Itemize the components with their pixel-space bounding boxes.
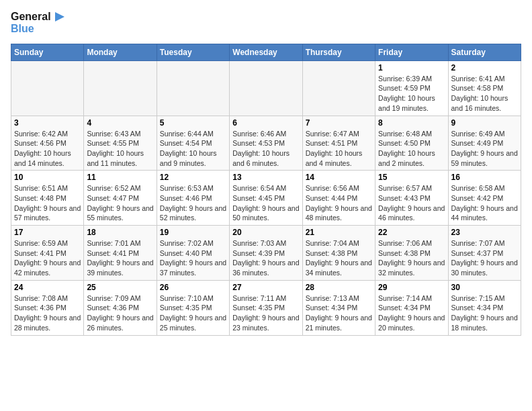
day-info: Sunrise: 6:49 AM Sunset: 4:49 PM Dayligh… xyxy=(451,129,518,169)
weekday-header: Sunday xyxy=(11,44,84,60)
calendar-cell: 2Sunrise: 6:41 AM Sunset: 4:58 PM Daylig… xyxy=(448,60,521,116)
day-info: Sunrise: 6:42 AM Sunset: 4:56 PM Dayligh… xyxy=(14,129,81,169)
weekday-header: Friday xyxy=(375,44,448,60)
day-info: Sunrise: 6:57 AM Sunset: 4:43 PM Dayligh… xyxy=(378,183,445,223)
day-number: 18 xyxy=(87,228,153,237)
day-info: Sunrise: 7:04 AM Sunset: 4:38 PM Dayligh… xyxy=(306,238,372,278)
day-number: 11 xyxy=(87,173,153,182)
calendar-cell: 13Sunrise: 6:54 AM Sunset: 4:45 PM Dayli… xyxy=(230,171,302,226)
day-number: 29 xyxy=(378,283,445,292)
calendar-cell: 6Sunrise: 6:46 AM Sunset: 4:53 PM Daylig… xyxy=(230,116,302,171)
day-info: Sunrise: 6:44 AM Sunset: 4:54 PM Dayligh… xyxy=(160,129,226,169)
day-info: Sunrise: 7:03 AM Sunset: 4:39 PM Dayligh… xyxy=(232,238,299,278)
calendar-body: 1Sunrise: 6:39 AM Sunset: 4:59 PM Daylig… xyxy=(11,60,521,335)
day-number: 6 xyxy=(232,118,299,128)
calendar-cell: 7Sunrise: 6:47 AM Sunset: 4:51 PM Daylig… xyxy=(302,116,375,171)
calendar-cell xyxy=(157,60,229,116)
day-info: Sunrise: 6:51 AM Sunset: 4:48 PM Dayligh… xyxy=(14,183,81,223)
calendar-cell xyxy=(302,60,375,116)
day-number: 28 xyxy=(306,283,372,292)
day-info: Sunrise: 7:11 AM Sunset: 4:35 PM Dayligh… xyxy=(232,293,299,333)
calendar-cell: 27Sunrise: 7:11 AM Sunset: 4:35 PM Dayli… xyxy=(230,280,302,335)
weekday-header: Wednesday xyxy=(230,44,302,60)
day-info: Sunrise: 6:54 AM Sunset: 4:45 PM Dayligh… xyxy=(232,183,299,223)
weekday-header: Monday xyxy=(84,44,157,60)
day-number: 20 xyxy=(232,228,299,237)
calendar-cell: 22Sunrise: 7:06 AM Sunset: 4:38 PM Dayli… xyxy=(375,226,448,281)
calendar-cell: 26Sunrise: 7:10 AM Sunset: 4:35 PM Dayli… xyxy=(157,280,229,335)
day-info: Sunrise: 7:09 AM Sunset: 4:36 PM Dayligh… xyxy=(87,293,153,333)
day-info: Sunrise: 6:56 AM Sunset: 4:44 PM Dayligh… xyxy=(306,183,372,223)
day-info: Sunrise: 6:48 AM Sunset: 4:50 PM Dayligh… xyxy=(378,129,445,169)
calendar-cell: 12Sunrise: 6:53 AM Sunset: 4:46 PM Dayli… xyxy=(157,171,229,226)
day-number: 25 xyxy=(87,283,153,292)
day-info: Sunrise: 7:10 AM Sunset: 4:35 PM Dayligh… xyxy=(160,293,226,333)
calendar-cell: 16Sunrise: 6:58 AM Sunset: 4:42 PM Dayli… xyxy=(448,171,521,226)
calendar-cell: 21Sunrise: 7:04 AM Sunset: 4:38 PM Dayli… xyxy=(302,226,375,281)
calendar-cell: 3Sunrise: 6:42 AM Sunset: 4:56 PM Daylig… xyxy=(11,116,84,171)
day-info: Sunrise: 6:52 AM Sunset: 4:47 PM Dayligh… xyxy=(87,183,153,223)
svg-marker-0 xyxy=(55,12,64,21)
day-info: Sunrise: 6:46 AM Sunset: 4:53 PM Dayligh… xyxy=(232,129,299,169)
calendar-cell: 28Sunrise: 7:13 AM Sunset: 4:34 PM Dayli… xyxy=(302,280,375,335)
logo: General Blue xyxy=(11,11,64,36)
day-info: Sunrise: 7:15 AM Sunset: 4:34 PM Dayligh… xyxy=(451,293,518,333)
day-number: 19 xyxy=(160,228,226,237)
calendar-cell: 5Sunrise: 6:44 AM Sunset: 4:54 PM Daylig… xyxy=(157,116,229,171)
weekday-header: Tuesday xyxy=(157,44,229,60)
calendar-cell: 30Sunrise: 7:15 AM Sunset: 4:34 PM Dayli… xyxy=(448,280,521,335)
calendar-week-row: 3Sunrise: 6:42 AM Sunset: 4:56 PM Daylig… xyxy=(11,116,521,171)
day-number: 1 xyxy=(378,63,445,73)
calendar-cell xyxy=(11,60,84,116)
calendar-cell: 24Sunrise: 7:08 AM Sunset: 4:36 PM Dayli… xyxy=(11,280,84,335)
calendar-cell: 9Sunrise: 6:49 AM Sunset: 4:49 PM Daylig… xyxy=(448,116,521,171)
calendar-week-row: 17Sunrise: 6:59 AM Sunset: 4:41 PM Dayli… xyxy=(11,226,521,281)
weekday-header: Saturday xyxy=(448,44,521,60)
logo-triangle-icon xyxy=(52,11,64,23)
day-number: 22 xyxy=(378,228,445,237)
day-number: 8 xyxy=(378,118,445,128)
calendar-cell: 14Sunrise: 6:56 AM Sunset: 4:44 PM Dayli… xyxy=(302,171,375,226)
day-number: 10 xyxy=(14,173,81,182)
day-info: Sunrise: 6:58 AM Sunset: 4:42 PM Dayligh… xyxy=(451,183,518,223)
day-info: Sunrise: 6:41 AM Sunset: 4:58 PM Dayligh… xyxy=(451,74,518,113)
day-number: 27 xyxy=(232,283,299,292)
day-number: 12 xyxy=(160,173,226,182)
logo-text: General Blue xyxy=(11,11,64,36)
day-number: 3 xyxy=(14,118,81,128)
day-info: Sunrise: 7:14 AM Sunset: 4:34 PM Dayligh… xyxy=(378,293,445,333)
day-info: Sunrise: 6:39 AM Sunset: 4:59 PM Dayligh… xyxy=(378,74,445,113)
calendar-week-row: 24Sunrise: 7:08 AM Sunset: 4:36 PM Dayli… xyxy=(11,280,521,335)
calendar-cell: 20Sunrise: 7:03 AM Sunset: 4:39 PM Dayli… xyxy=(230,226,302,281)
calendar-cell: 23Sunrise: 7:07 AM Sunset: 4:37 PM Dayli… xyxy=(448,226,521,281)
calendar-cell xyxy=(230,60,302,116)
calendar-cell: 19Sunrise: 7:02 AM Sunset: 4:40 PM Dayli… xyxy=(157,226,229,281)
day-number: 4 xyxy=(87,118,153,128)
day-number: 30 xyxy=(451,283,518,292)
day-number: 26 xyxy=(160,283,226,292)
day-number: 14 xyxy=(306,173,372,182)
day-number: 13 xyxy=(232,173,299,182)
calendar-week-row: 10Sunrise: 6:51 AM Sunset: 4:48 PM Dayli… xyxy=(11,171,521,226)
calendar-cell: 18Sunrise: 7:01 AM Sunset: 4:41 PM Dayli… xyxy=(84,226,157,281)
day-info: Sunrise: 6:59 AM Sunset: 4:41 PM Dayligh… xyxy=(14,238,81,278)
calendar-cell: 4Sunrise: 6:43 AM Sunset: 4:55 PM Daylig… xyxy=(84,116,157,171)
calendar-week-row: 1Sunrise: 6:39 AM Sunset: 4:59 PM Daylig… xyxy=(11,60,521,116)
calendar-cell: 8Sunrise: 6:48 AM Sunset: 4:50 PM Daylig… xyxy=(375,116,448,171)
day-number: 24 xyxy=(14,283,81,292)
calendar-header-row: SundayMondayTuesdayWednesdayThursdayFrid… xyxy=(11,44,521,60)
day-number: 16 xyxy=(451,173,518,182)
day-info: Sunrise: 7:07 AM Sunset: 4:37 PM Dayligh… xyxy=(451,238,518,278)
calendar-cell: 29Sunrise: 7:14 AM Sunset: 4:34 PM Dayli… xyxy=(375,280,448,335)
calendar-cell xyxy=(84,60,157,116)
day-info: Sunrise: 6:53 AM Sunset: 4:46 PM Dayligh… xyxy=(160,183,226,223)
day-info: Sunrise: 7:02 AM Sunset: 4:40 PM Dayligh… xyxy=(160,238,226,278)
day-info: Sunrise: 6:43 AM Sunset: 4:55 PM Dayligh… xyxy=(87,129,153,169)
calendar-cell: 17Sunrise: 6:59 AM Sunset: 4:41 PM Dayli… xyxy=(11,226,84,281)
day-number: 9 xyxy=(451,118,518,128)
day-info: Sunrise: 7:06 AM Sunset: 4:38 PM Dayligh… xyxy=(378,238,445,278)
weekday-header: Thursday xyxy=(302,44,375,60)
day-number: 21 xyxy=(306,228,372,237)
calendar-cell: 25Sunrise: 7:09 AM Sunset: 4:36 PM Dayli… xyxy=(84,280,157,335)
calendar-cell: 1Sunrise: 6:39 AM Sunset: 4:59 PM Daylig… xyxy=(375,60,448,116)
